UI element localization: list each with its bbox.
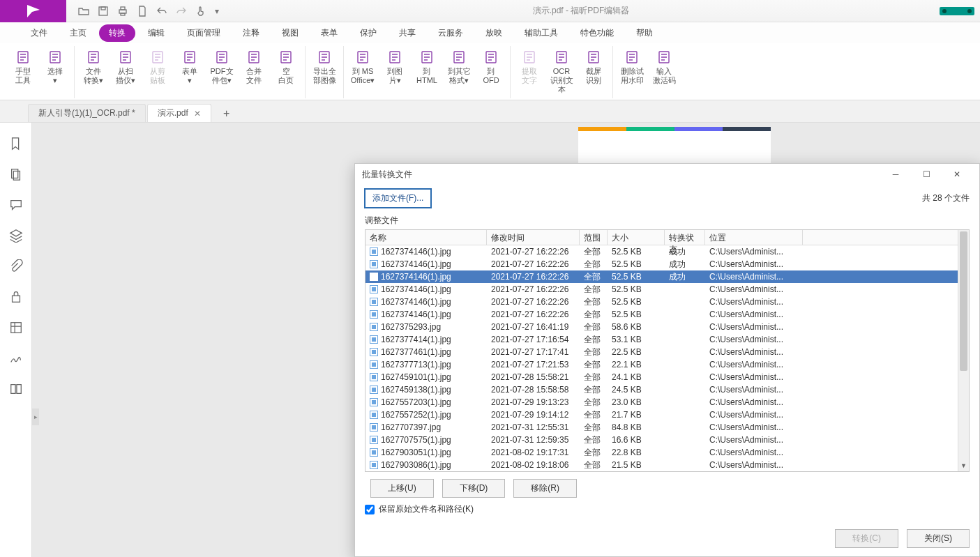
table-row[interactable]: 1627374146(1).jpg2021-07-27 16:22:26全部52… bbox=[365, 296, 958, 308]
menu-文件[interactable]: 文件 bbox=[21, 24, 57, 42]
ribbon-to-image[interactable]: 到图 片▾ bbox=[380, 46, 409, 98]
menu-视图[interactable]: 视图 bbox=[272, 24, 308, 42]
col-location[interactable]: 位置 bbox=[705, 230, 803, 245]
menu-云服务[interactable]: 云服务 bbox=[428, 24, 473, 42]
table-row[interactable]: 1627374146(1).jpg2021-07-27 16:22:26全部52… bbox=[365, 258, 958, 270]
table-row[interactable]: 1627374146(1).jpg2021-07-27 16:22:26全部52… bbox=[365, 270, 958, 283]
ribbon-export-all-images[interactable]: 导出全 部图像 bbox=[310, 46, 339, 98]
window-title: 演示.pdf - 福昕PDF编辑器 bbox=[223, 5, 940, 17]
col-size[interactable]: 大小 bbox=[608, 230, 665, 245]
dialog-titlebar[interactable]: 批量转换文件 ─ ☐ ✕ bbox=[355, 164, 979, 185]
new-tab-button[interactable]: + bbox=[218, 105, 235, 122]
qat-dropdown-icon[interactable]: ▾ bbox=[211, 2, 223, 20]
redo-icon[interactable] bbox=[172, 2, 190, 20]
extract-text-icon bbox=[521, 49, 538, 66]
save-icon[interactable] bbox=[94, 2, 112, 20]
menu-放映[interactable]: 放映 bbox=[476, 24, 512, 42]
fields-icon[interactable] bbox=[9, 321, 23, 335]
ribbon-merge-files[interactable]: 合并 文件 bbox=[239, 46, 269, 98]
ribbon-to-other[interactable]: 到其它 格式▾ bbox=[444, 46, 474, 98]
menu-表单[interactable]: 表单 bbox=[311, 24, 347, 42]
table-row[interactable]: 1627374146(1).jpg2021-07-27 16:22:26全部52… bbox=[365, 308, 958, 321]
move-down-button[interactable]: 下移(D) bbox=[442, 479, 506, 498]
svg-rect-4 bbox=[121, 13, 125, 15]
table-body[interactable]: 1627374146(1).jpg2021-07-27 16:22:26全部52… bbox=[365, 245, 958, 471]
pages-icon[interactable] bbox=[9, 167, 23, 181]
keep-original-input[interactable] bbox=[365, 505, 375, 514]
col-name[interactable]: 名称 bbox=[365, 230, 487, 245]
menu-辅助工具[interactable]: 辅助工具 bbox=[515, 24, 568, 42]
menu-编辑[interactable]: 编辑 bbox=[138, 24, 174, 42]
table-row[interactable]: 1627903086(1).jpg2021-08-02 19:18:06全部21… bbox=[365, 459, 958, 471]
close-tab-icon[interactable]: ✕ bbox=[194, 109, 201, 119]
close-button[interactable]: 关闭(S) bbox=[907, 529, 970, 548]
menu-帮助[interactable]: 帮助 bbox=[626, 24, 663, 42]
dialog-minimize-button[interactable]: ─ bbox=[880, 164, 911, 185]
menu-保护[interactable]: 保护 bbox=[350, 24, 386, 42]
table-row[interactable]: 1627377414(1).jpg2021-07-27 17:16:54全部53… bbox=[365, 333, 958, 346]
ribbon-ocr-recognize[interactable]: OCR 识别文本 bbox=[547, 46, 576, 98]
table-row[interactable]: 1627459101(1).jpg2021-07-28 15:58:21全部24… bbox=[365, 371, 958, 383]
remove-button[interactable]: 移除(R) bbox=[513, 479, 577, 498]
menu-注释[interactable]: 注释 bbox=[233, 24, 269, 42]
table-row[interactable]: 1627374146(1).jpg2021-07-27 16:22:26全部52… bbox=[365, 245, 958, 258]
layers-icon[interactable] bbox=[9, 229, 23, 243]
table-row[interactable]: 1627903051(1).jpg2021-08-02 19:17:31全部22… bbox=[365, 446, 958, 459]
col-range[interactable]: 范围 bbox=[580, 230, 608, 245]
table-row[interactable]: 1627375293.jpg2021-07-27 16:41:19全部58.6 … bbox=[365, 321, 958, 333]
ribbon-blank-page[interactable]: 空 白页 bbox=[271, 46, 301, 98]
table-row[interactable]: 1627557203(1).jpg2021-07-29 19:13:23全部23… bbox=[365, 396, 958, 409]
table-row[interactable]: 1627459138(1).jpg2021-07-28 15:58:58全部24… bbox=[365, 383, 958, 396]
compare-icon[interactable] bbox=[9, 382, 23, 396]
scroll-thumb[interactable] bbox=[960, 231, 967, 371]
add-files-button[interactable]: 添加文件(F)... bbox=[365, 189, 431, 208]
dialog-close-button[interactable]: ✕ bbox=[942, 164, 972, 185]
undo-icon[interactable] bbox=[153, 2, 171, 20]
menu-页面管理[interactable]: 页面管理 bbox=[177, 24, 230, 42]
ribbon-to-ms-office[interactable]: 到 MS Office▾ bbox=[348, 46, 377, 98]
ribbon-from-scanner[interactable]: 从扫 描仪▾ bbox=[111, 46, 140, 98]
col-time[interactable]: 修改时间 bbox=[487, 230, 580, 245]
scroll-down-icon[interactable]: ▼ bbox=[958, 460, 969, 471]
ribbon-form[interactable]: 表单 ▾ bbox=[175, 46, 204, 98]
col-status[interactable]: 转换状态 bbox=[665, 230, 705, 245]
table-row[interactable]: 1627707575(1).jpg2021-07-31 12:59:35全部16… bbox=[365, 434, 958, 446]
document-tab[interactable]: 演示.pdf✕ bbox=[147, 104, 211, 122]
menu-共享[interactable]: 共享 bbox=[389, 24, 425, 42]
ribbon-remove-trial-watermark[interactable]: 删除试 用水印 bbox=[617, 46, 647, 98]
signature-icon[interactable] bbox=[9, 351, 23, 365]
table-row[interactable]: 1627377713(1).jpg2021-07-27 17:21:53全部22… bbox=[365, 358, 958, 371]
table-row[interactable]: 1627377461(1).jpg2021-07-27 17:17:41全部22… bbox=[365, 346, 958, 358]
ribbon: 手型 工具选择 ▾文件 转换▾从扫 描仪▾从剪 贴板表单 ▾PDF文 件包▾合并… bbox=[0, 43, 980, 100]
bookmark-icon[interactable] bbox=[9, 137, 23, 151]
ribbon-file-convert[interactable]: 文件 转换▾ bbox=[79, 46, 108, 98]
ribbon-to-html[interactable]: 到 HTML bbox=[412, 46, 442, 98]
menu-特色功能[interactable]: 特色功能 bbox=[571, 24, 624, 42]
attachments-icon[interactable] bbox=[9, 259, 23, 273]
ribbon-select[interactable]: 选择 ▾ bbox=[40, 46, 70, 98]
print-icon[interactable] bbox=[114, 2, 132, 20]
security-icon[interactable] bbox=[9, 290, 23, 304]
table-scrollbar[interactable]: ▲ ▼ bbox=[958, 230, 969, 471]
comments-icon[interactable] bbox=[9, 198, 23, 212]
menu-转换[interactable]: 转换 bbox=[99, 24, 135, 42]
page-icon[interactable] bbox=[133, 2, 151, 20]
table-row[interactable]: 1627707397.jpg2021-07-31 12:55:31全部84.8 … bbox=[365, 421, 958, 434]
keep-original-checkbox[interactable]: 保留原始文件名和路径(K) bbox=[365, 503, 970, 515]
menu-主页[interactable]: 主页 bbox=[60, 24, 96, 42]
ribbon-enter-activation[interactable]: 输入 激活码 bbox=[649, 46, 679, 98]
table-row[interactable]: 1627557252(1).jpg2021-07-29 19:14:12全部21… bbox=[365, 409, 958, 421]
ribbon-pdf-package[interactable]: PDF文 件包▾ bbox=[207, 46, 236, 98]
touch-icon[interactable] bbox=[192, 2, 210, 20]
document-tab[interactable]: 新人引导(1)(1)_OCR.pdf * bbox=[28, 104, 146, 122]
table-row[interactable]: 1627374146(1).jpg2021-07-27 16:22:26全部52… bbox=[365, 283, 958, 296]
open-icon[interactable] bbox=[75, 2, 93, 20]
ocr-recognize-icon bbox=[553, 49, 570, 66]
file-icon bbox=[370, 285, 378, 293]
ribbon-hand-tool[interactable]: 手型 工具 bbox=[8, 46, 38, 98]
move-up-button[interactable]: 上移(U) bbox=[370, 479, 434, 498]
ribbon-to-ofd[interactable]: 到 OFD bbox=[476, 46, 506, 98]
dialog-maximize-button[interactable]: ☐ bbox=[911, 164, 942, 185]
convert-button[interactable]: 转换(C) bbox=[835, 529, 898, 548]
ribbon-screenshot-ocr[interactable]: 截屏 识别 bbox=[579, 46, 608, 98]
